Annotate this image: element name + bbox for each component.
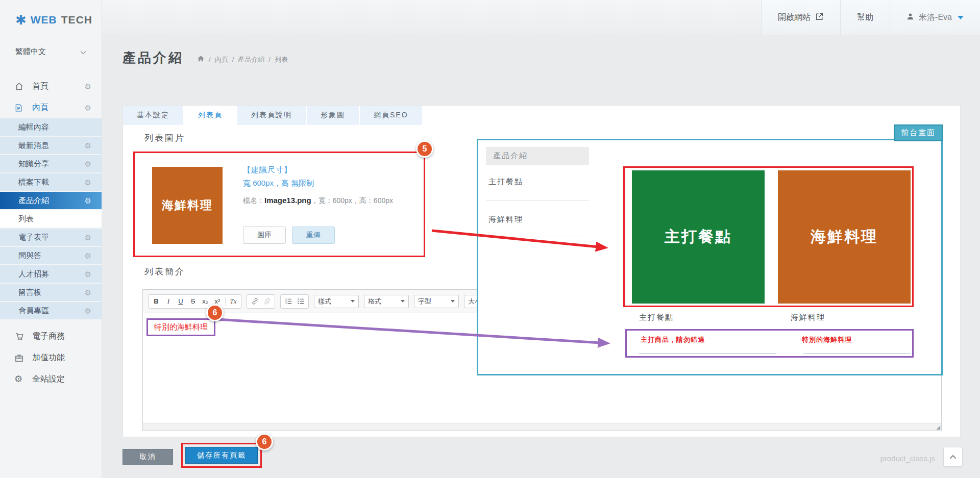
divider xyxy=(486,237,589,237)
sidebar-item-forms[interactable]: 電子表單 ⚙ xyxy=(0,229,102,246)
gear-icon[interactable]: ⚙ xyxy=(85,234,91,241)
sidebar-item-label: 問與答 xyxy=(18,251,41,261)
help-button[interactable]: 幫助 xyxy=(840,0,890,35)
remove-format-button[interactable]: Tx xyxy=(227,295,239,308)
italic-button[interactable]: I xyxy=(162,295,175,308)
preview-tile-seafood[interactable]: 海鮮料理 xyxy=(778,170,911,304)
reupload-button[interactable]: 重傳 xyxy=(292,227,335,244)
tab-basic-settings[interactable]: 基本設定 xyxy=(123,106,183,125)
sidebar-item-label: 會員專區 xyxy=(18,306,49,316)
language-selector[interactable]: 繁體中文 xyxy=(15,47,86,62)
editor-status-bar: ◢ xyxy=(143,423,941,431)
gear-icon[interactable]: ⚙ xyxy=(85,289,91,296)
list-image-heading: 列表圖片 xyxy=(144,132,185,144)
sidebar-item-edit-content[interactable]: 編輯內容 xyxy=(0,118,102,136)
home-icon[interactable] xyxy=(197,55,205,64)
breadcrumb-item[interactable]: 內頁 xyxy=(215,55,228,64)
sidebar-item-label: 人才招募 xyxy=(18,269,49,279)
link-icon[interactable] xyxy=(249,295,261,308)
help-label: 幫助 xyxy=(857,12,873,23)
sidebar-item-home[interactable]: 首頁 ⚙ xyxy=(0,76,102,97)
sidebar-item-label: 產品介紹 xyxy=(18,196,49,206)
breadcrumb-item: 列表 xyxy=(275,55,288,64)
page-icon xyxy=(14,103,26,113)
gear-icon[interactable]: ⚙ xyxy=(85,160,91,168)
open-site-button[interactable]: 開啟網站 xyxy=(761,0,840,35)
preview-card-desc: 主打商品，請勿錯過 xyxy=(641,335,705,344)
step-badge-5: 5 xyxy=(416,140,433,158)
divider xyxy=(639,353,776,354)
size-hint-value: 寬 600px，高 無限制 xyxy=(243,179,314,188)
gear-icon[interactable]: ⚙ xyxy=(85,142,91,149)
gallery-button[interactable]: 圖庫 xyxy=(243,227,286,244)
preview-menu-header: 產品介紹 xyxy=(486,147,589,165)
sidebar-item-addons[interactable]: 加值功能 xyxy=(0,347,102,368)
breadcrumb-separator: / xyxy=(209,56,211,63)
cancel-button[interactable]: 取消 xyxy=(122,449,173,465)
home-icon xyxy=(14,82,26,91)
preview-menu-item[interactable]: 主打餐點 xyxy=(488,177,523,187)
svg-text:3: 3 xyxy=(285,302,286,305)
unlink-icon[interactable] xyxy=(261,295,273,308)
breadcrumb-separator: / xyxy=(268,56,271,63)
resize-handle[interactable]: ◢ xyxy=(936,424,940,430)
bold-button[interactable]: B xyxy=(150,295,162,308)
front-view-badge: 前台畫面 xyxy=(894,124,943,141)
sidebar-item-label: 留言板 xyxy=(18,288,41,297)
breadcrumb-item[interactable]: 產品介紹 xyxy=(238,55,264,64)
chevron-down-icon xyxy=(351,300,355,303)
gear-icon[interactable]: ⚙ xyxy=(85,197,91,205)
chevron-down-icon xyxy=(80,47,86,56)
topbar: 開啟網站 幫助 米洛-Eva xyxy=(102,0,980,35)
front-site-preview: 前台畫面 產品介紹 主打餐點 海鮮料理 主打餐點 海鮮料理 主打餐點 海鮮料理 … xyxy=(477,139,943,375)
sidebar-item-knowledge[interactable]: 知識分享 ⚙ xyxy=(0,155,102,172)
sidebar-item-downloads[interactable]: 檔案下載 ⚙ xyxy=(0,173,102,191)
box-icon xyxy=(14,353,26,363)
format-dropdown[interactable]: 格式 xyxy=(364,295,409,308)
sidebar-item-products[interactable]: 產品介紹 ⚙ xyxy=(0,192,102,209)
file-info: 檔名：Image13.png，寬：600px，高：600px xyxy=(243,196,393,206)
sidebar-item-guestbook[interactable]: 留言板 ⚙ xyxy=(0,284,102,301)
bullet-list-icon[interactable] xyxy=(295,295,307,308)
sidebar-nav: 首頁 ⚙ 內頁 ⚙ 編輯內容 最新消息 ⚙ 知識分享 ⚙ 檔案下載 ⚙ 產品介紹… xyxy=(0,76,102,390)
logo: ✱ WEB TECH xyxy=(0,0,102,27)
sidebar-item-list[interactable]: 列表 xyxy=(0,210,102,228)
numbered-list-icon[interactable]: 123 xyxy=(282,295,295,308)
strikethrough-button[interactable]: S xyxy=(187,295,199,308)
preview-tile-main-dishes[interactable]: 主打餐點 xyxy=(632,170,765,304)
editor-text[interactable]: 特別的海鮮料理 xyxy=(154,322,208,331)
divider xyxy=(803,353,911,354)
sidebar-item-faq[interactable]: 問與答 ⚙ xyxy=(0,247,102,264)
sidebar-item-site-settings[interactable]: ⚙ 全站設定 xyxy=(0,368,102,390)
gear-icon[interactable]: ⚙ xyxy=(85,307,91,315)
gear-icon[interactable]: ⚙ xyxy=(85,179,91,186)
gear-icon[interactable]: ⚙ xyxy=(85,270,91,278)
save-all-tabs-button[interactable]: 儲存所有頁籤 xyxy=(185,447,258,464)
sidebar-item-ecommerce[interactable]: 電子商務 xyxy=(0,325,102,347)
gear-icon[interactable]: ⚙ xyxy=(85,252,91,260)
tab-list-page[interactable]: 列表頁 xyxy=(184,106,236,125)
breadcrumb-separator: / xyxy=(232,56,234,63)
list-image-thumbnail: 海鮮料理 xyxy=(152,167,223,244)
chevron-down-icon xyxy=(451,300,455,303)
chevron-up-icon xyxy=(949,453,957,461)
sidebar-item-members[interactable]: 會員專區 ⚙ xyxy=(0,302,102,319)
sidebar-item-recruit[interactable]: 人才招募 ⚙ xyxy=(0,265,102,283)
preview-menu-item[interactable]: 海鮮料理 xyxy=(488,215,523,224)
external-link-icon xyxy=(815,12,824,23)
underline-button[interactable]: U xyxy=(175,295,187,308)
font-dropdown[interactable]: 字型 xyxy=(414,295,459,308)
styles-dropdown[interactable]: 樣式 xyxy=(314,295,359,308)
page-title: 產品介紹 xyxy=(122,49,184,67)
tab-list-page-desc[interactable]: 列表頁說明 xyxy=(237,106,306,125)
language-label: 繁體中文 xyxy=(15,47,46,57)
user-menu[interactable]: 米洛-Eva xyxy=(890,0,980,35)
tab-seo[interactable]: 網頁SEO xyxy=(360,106,422,125)
tab-hero-image[interactable]: 形象圖 xyxy=(307,106,359,125)
gear-icon[interactable]: ⚙ xyxy=(85,83,91,90)
sidebar-item-inner-pages[interactable]: 內頁 ⚙ xyxy=(0,97,102,118)
annotation-box-preview-descriptions: 主打商品，請勿錯過 特別的海鮮料理 xyxy=(625,329,914,358)
sidebar-item-news[interactable]: 最新消息 ⚙ xyxy=(0,137,102,154)
back-to-top-button[interactable] xyxy=(943,447,963,467)
gear-icon[interactable]: ⚙ xyxy=(85,104,91,112)
